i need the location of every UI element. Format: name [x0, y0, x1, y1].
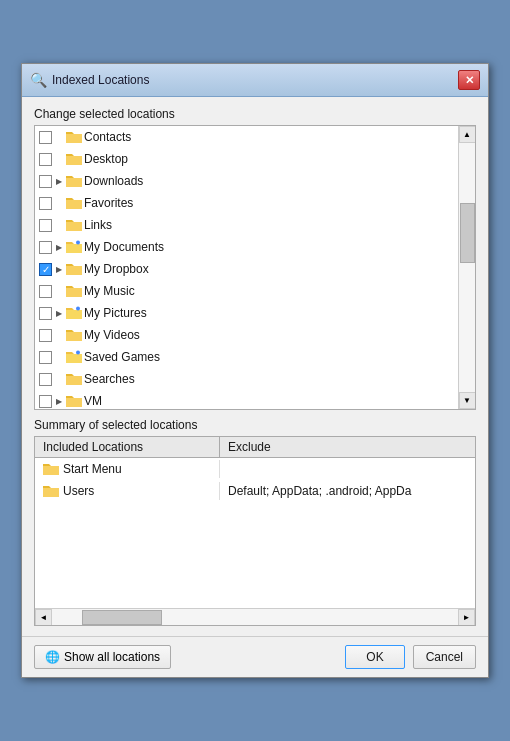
list-item[interactable]: Links	[35, 214, 458, 236]
folder-icon	[66, 152, 82, 166]
expand-arrow	[54, 286, 64, 296]
scroll-left-button[interactable]: ◄	[35, 609, 52, 626]
folder-icon	[66, 394, 82, 408]
expand-arrow	[54, 330, 64, 340]
list-item[interactable]: Searches	[35, 368, 458, 390]
item-label: VM	[84, 394, 102, 408]
list-item[interactable]: ▶ My Pictures	[35, 302, 458, 324]
expand-arrow	[54, 374, 64, 384]
dialog-footer: 🌐 Show all locations OK Cancel	[22, 636, 488, 677]
scroll-down-button[interactable]: ▼	[459, 392, 476, 409]
list-item[interactable]: ▶ My Documents	[35, 236, 458, 258]
summary-location-cell: Users	[35, 482, 220, 500]
list-item[interactable]: Saved Games	[35, 346, 458, 368]
expand-arrow	[54, 198, 64, 208]
change-section-label: Change selected locations	[34, 107, 476, 121]
item-label: My Pictures	[84, 306, 147, 320]
item-checkbox[interactable]	[39, 395, 52, 408]
folder-icon	[66, 372, 82, 386]
expand-arrow[interactable]: ▶	[54, 396, 64, 406]
item-checkbox[interactable]	[39, 197, 52, 210]
item-checkbox[interactable]	[39, 373, 52, 386]
item-label: My Documents	[84, 240, 164, 254]
svg-point-2	[76, 351, 80, 355]
list-item[interactable]: ✓▶ My Dropbox	[35, 258, 458, 280]
vertical-scrollbar[interactable]: ▲ ▼	[458, 126, 475, 409]
item-checkbox[interactable]	[39, 307, 52, 320]
summary-exclude-cell: Default; AppData; .android; AppDa	[220, 482, 475, 500]
list-item[interactable]: My Music	[35, 280, 458, 302]
summary-exclude-cell	[220, 467, 475, 471]
summary-label: Summary of selected locations	[34, 418, 476, 432]
title-bar: 🔍 Indexed Locations ✕	[22, 64, 488, 97]
expand-arrow	[54, 132, 64, 142]
dialog-icon: 🔍	[30, 72, 46, 88]
folder-icon	[66, 350, 82, 364]
change-section: Change selected locations Contacts Deskt…	[34, 107, 476, 410]
ok-button[interactable]: OK	[345, 645, 404, 669]
item-checkbox[interactable]	[39, 285, 52, 298]
item-checkbox[interactable]	[39, 131, 52, 144]
folder-icon	[66, 174, 82, 188]
item-label: Downloads	[84, 174, 143, 188]
list-item[interactable]: ▶ Downloads	[35, 170, 458, 192]
list-item[interactable]: My Videos	[35, 324, 458, 346]
item-checkbox[interactable]	[39, 153, 52, 166]
item-label: My Videos	[84, 328, 140, 342]
show-all-locations-button[interactable]: 🌐 Show all locations	[34, 645, 171, 669]
expand-arrow	[54, 154, 64, 164]
svg-point-1	[76, 307, 80, 311]
item-label: My Dropbox	[84, 262, 149, 276]
col-exclude-header: Exclude	[220, 437, 475, 457]
folder-icon	[66, 262, 82, 276]
footer-buttons: OK Cancel	[345, 645, 476, 669]
item-label: Favorites	[84, 196, 133, 210]
svg-point-0	[76, 241, 80, 245]
item-checkbox[interactable]: ✓	[39, 263, 52, 276]
expand-arrow[interactable]: ▶	[54, 242, 64, 252]
scroll-thumb[interactable]	[460, 203, 475, 263]
folder-icon	[66, 218, 82, 232]
h-scroll-thumb[interactable]	[82, 610, 162, 625]
item-checkbox[interactable]	[39, 329, 52, 342]
item-label: Desktop	[84, 152, 128, 166]
item-label: Contacts	[84, 130, 131, 144]
list-item[interactable]: Contacts	[35, 126, 458, 148]
close-button[interactable]: ✕	[458, 70, 480, 90]
summary-row: UsersDefault; AppData; .android; AppDa	[35, 480, 475, 502]
list-item[interactable]: ▶ VM	[35, 390, 458, 409]
item-checkbox[interactable]	[39, 241, 52, 254]
item-checkbox[interactable]	[39, 219, 52, 232]
folder-icon	[66, 306, 82, 320]
globe-icon: 🌐	[45, 650, 60, 664]
col-included-header: Included Locations	[35, 437, 220, 457]
summary-rows: Start Menu UsersDefault; AppData; .andro…	[35, 458, 475, 608]
list-item[interactable]: Favorites	[35, 192, 458, 214]
show-all-label: Show all locations	[64, 650, 160, 664]
summary-table: Included Locations Exclude Start Menu Us…	[34, 436, 476, 626]
expand-arrow[interactable]: ▶	[54, 264, 64, 274]
location-name: Users	[63, 484, 94, 498]
folder-icon	[66, 130, 82, 144]
item-label: My Music	[84, 284, 135, 298]
scroll-right-button[interactable]: ►	[458, 609, 475, 626]
item-label: Searches	[84, 372, 135, 386]
locations-list[interactable]: Contacts Desktop▶ Downloads Favorites Li…	[35, 126, 458, 409]
expand-arrow[interactable]: ▶	[54, 308, 64, 318]
expand-arrow[interactable]: ▶	[54, 176, 64, 186]
horizontal-scrollbar[interactable]: ◄ ►	[35, 608, 475, 625]
list-item[interactable]: Desktop	[35, 148, 458, 170]
expand-arrow	[54, 352, 64, 362]
expand-arrow	[54, 220, 64, 230]
h-scroll-track	[52, 609, 458, 626]
folder-icon	[66, 284, 82, 298]
title-bar-left: 🔍 Indexed Locations	[30, 72, 149, 88]
folder-icon	[66, 196, 82, 210]
dialog-body: Change selected locations Contacts Deskt…	[22, 97, 488, 636]
item-checkbox[interactable]	[39, 351, 52, 364]
item-checkbox[interactable]	[39, 175, 52, 188]
location-name: Start Menu	[63, 462, 122, 476]
summary-row: Start Menu	[35, 458, 475, 480]
cancel-button[interactable]: Cancel	[413, 645, 476, 669]
scroll-up-button[interactable]: ▲	[459, 126, 476, 143]
